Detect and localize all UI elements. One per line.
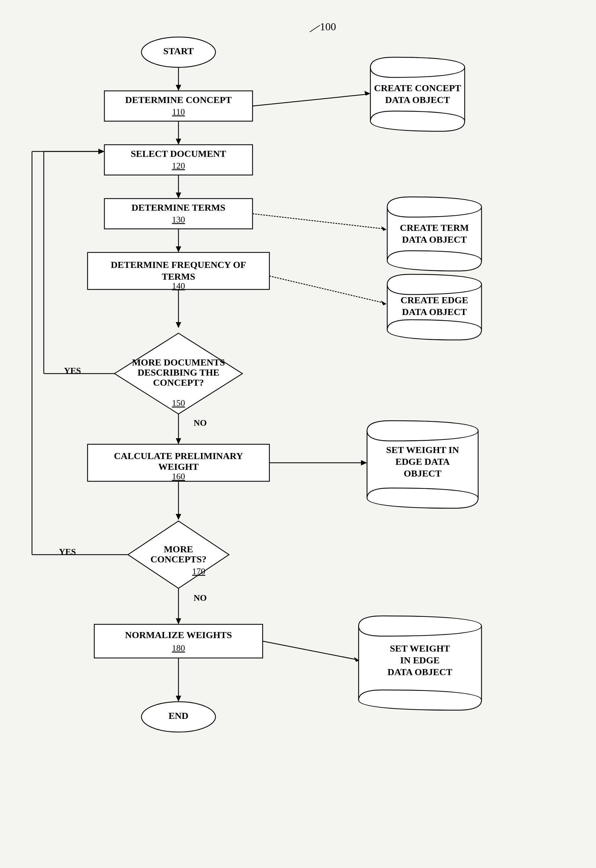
end-label: END: [169, 710, 188, 721]
edge-data3-label-3: DATA OBJECT: [387, 667, 453, 677]
svg-line-33: [263, 641, 357, 660]
svg-marker-12: [176, 247, 181, 252]
svg-marker-8: [176, 192, 181, 199]
svg-marker-22: [176, 438, 181, 444]
node-130-ref: 130: [172, 215, 185, 224]
svg-marker-2: [176, 85, 181, 91]
node-180-label-1: NORMALIZE WEIGHTS: [125, 630, 232, 640]
no-label-150: NO: [194, 418, 207, 428]
svg-marker-4: [364, 91, 370, 96]
no-label-170: NO: [194, 593, 207, 603]
node-160-ref: 160: [172, 471, 185, 481]
ref-number: 100: [320, 21, 336, 32]
node-180: [94, 624, 263, 658]
svg-marker-6: [176, 139, 181, 145]
edge-data1-label-2: DATA OBJECT: [402, 307, 467, 317]
svg-marker-30: [98, 149, 104, 154]
svg-marker-24: [361, 460, 367, 465]
svg-line-13: [269, 276, 384, 303]
node-110-ref: 110: [172, 107, 185, 117]
node-130-label: DETERMINE TERMS: [132, 202, 226, 213]
edge-data3-label-2: IN EDGE: [400, 655, 439, 666]
concept-data-label-1: CREATE CONCEPT: [374, 83, 461, 93]
svg-line-9: [253, 214, 384, 229]
edge-data2-label-1: SET WEIGHT IN: [386, 444, 459, 455]
svg-marker-32: [176, 618, 181, 624]
concept-data-label-2: DATA OBJECT: [385, 94, 450, 105]
edge-data2-label-3: OBJECT: [404, 468, 441, 478]
node-150-ref: 150: [172, 398, 185, 408]
node-150-label-2: DESCRIBING THE: [138, 367, 219, 378]
yes-label-150: YES: [64, 366, 81, 376]
svg-line-0: [310, 25, 320, 32]
svg-line-3: [253, 94, 367, 106]
node-120-label: SELECT DOCUMENT: [131, 148, 226, 159]
node-110-label: DETERMINE CONCEPT: [125, 94, 232, 105]
svg-marker-26: [176, 514, 181, 520]
edge-data3-label-1: SET WEIGHT: [390, 643, 450, 654]
node-170-label-1: MORE: [164, 544, 193, 554]
node-140-label-1: DETERMINE FREQUENCY OF: [111, 260, 246, 270]
edge-data2-label-2: EDGE DATA: [395, 456, 450, 467]
node-160-label-1: CALCULATE PRELIMINARY: [114, 451, 243, 461]
flowchart-diagram: 100 START DETERMINE CONCEPT 110 CREATE C…: [0, 0, 596, 868]
edge-data1-label-1: CREATE EDGE: [401, 295, 468, 305]
node-140-label-2: TERMS: [162, 271, 195, 282]
term-data-label-2: DATA OBJECT: [402, 234, 467, 245]
node-150-label-3: CONCEPT?: [153, 377, 204, 388]
svg-marker-16: [176, 322, 181, 328]
node-140-ref: 140: [172, 281, 185, 291]
svg-marker-36: [176, 696, 181, 702]
node-170-ref: 170: [192, 567, 206, 576]
start-label: START: [163, 46, 194, 56]
node-180-ref: 180: [172, 643, 185, 653]
node-160-label-2: WEIGHT: [158, 461, 199, 472]
node-150-label-1: MORE DOCUMENTS: [132, 357, 225, 368]
svg-marker-14: [381, 301, 386, 305]
node-170-label-2: CONCEPTS?: [151, 554, 206, 564]
node-120-ref: 120: [172, 161, 185, 171]
term-data-label-1: CREATE TERM: [400, 223, 469, 233]
yes-label-170: YES: [59, 547, 76, 557]
